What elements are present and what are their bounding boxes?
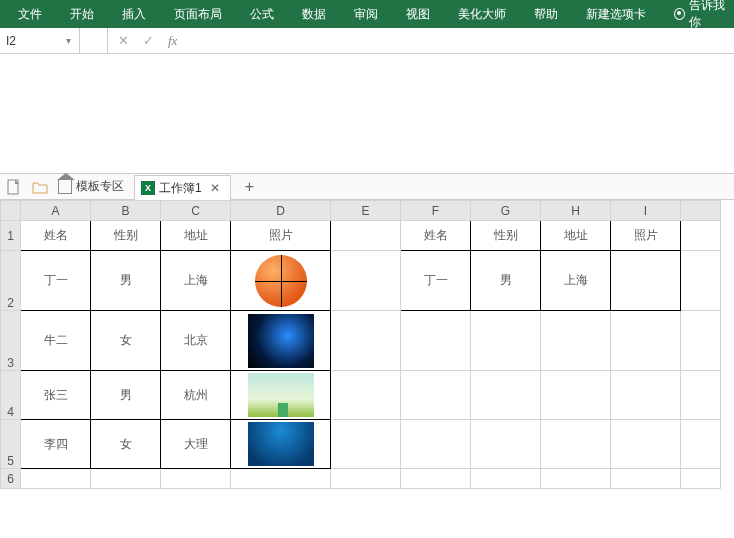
tab-beautify[interactable]: 美化大师 xyxy=(444,0,520,29)
cell[interactable]: 女 xyxy=(91,420,161,469)
cell[interactable]: 上海 xyxy=(161,251,231,311)
select-all-corner[interactable] xyxy=(1,201,21,221)
cell[interactable] xyxy=(681,251,721,311)
cell-photo[interactable] xyxy=(231,420,331,469)
cell[interactable]: 男 xyxy=(471,251,541,311)
row-1[interactable]: 1 xyxy=(1,221,21,251)
col-G[interactable]: G xyxy=(471,201,541,221)
cell[interactable]: 男 xyxy=(91,371,161,420)
col-A[interactable]: A xyxy=(21,201,91,221)
cell[interactable] xyxy=(611,420,681,469)
sheet-tab[interactable]: X 工作簿1 ✕ xyxy=(134,175,231,200)
cell[interactable]: 丁一 xyxy=(401,251,471,311)
open-folder-icon[interactable] xyxy=(32,179,48,195)
cell[interactable] xyxy=(681,221,721,251)
cell[interactable]: 上海 xyxy=(541,251,611,311)
cell-photo[interactable] xyxy=(231,311,331,371)
cell[interactable] xyxy=(331,221,401,251)
tab-file[interactable]: 文件 xyxy=(4,0,56,29)
tell-me[interactable]: 告诉我你 xyxy=(660,0,730,31)
cell[interactable] xyxy=(401,469,471,489)
tab-newtab[interactable]: 新建选项卡 xyxy=(572,0,660,29)
add-sheet-icon[interactable]: + xyxy=(241,178,258,196)
tab-home[interactable]: 开始 xyxy=(56,0,108,29)
close-sheet-icon[interactable]: ✕ xyxy=(206,181,224,195)
col-E[interactable]: E xyxy=(331,201,401,221)
cell[interactable] xyxy=(541,311,611,371)
col-F[interactable]: F xyxy=(401,201,471,221)
cell[interactable] xyxy=(471,420,541,469)
tab-help[interactable]: 帮助 xyxy=(520,0,572,29)
cell[interactable] xyxy=(401,371,471,420)
cell[interactable]: 姓名 xyxy=(21,221,91,251)
cell[interactable]: 丁一 xyxy=(21,251,91,311)
cell[interactable] xyxy=(681,371,721,420)
col-H[interactable]: H xyxy=(541,201,611,221)
col-C[interactable]: C xyxy=(161,201,231,221)
tab-view[interactable]: 视图 xyxy=(392,0,444,29)
cell-photo[interactable] xyxy=(231,371,331,420)
cell[interactable] xyxy=(611,251,681,311)
cell[interactable] xyxy=(611,311,681,371)
cell[interactable] xyxy=(471,371,541,420)
cell[interactable]: 地址 xyxy=(161,221,231,251)
cell[interactable] xyxy=(681,420,721,469)
col-D[interactable]: D xyxy=(231,201,331,221)
cell[interactable] xyxy=(331,311,401,371)
template-area[interactable]: 模板专区 xyxy=(58,178,124,195)
tab-layout[interactable]: 页面布局 xyxy=(160,0,236,29)
cell[interactable] xyxy=(541,420,611,469)
cell[interactable]: 张三 xyxy=(21,371,91,420)
col-extra[interactable] xyxy=(681,201,721,221)
cell[interactable] xyxy=(541,469,611,489)
name-box[interactable]: I2 ▾ xyxy=(0,28,80,53)
row-6[interactable]: 6 xyxy=(1,469,21,489)
cell[interactable]: 性别 xyxy=(471,221,541,251)
cell[interactable] xyxy=(331,251,401,311)
cell-photo[interactable] xyxy=(231,251,331,311)
cell[interactable] xyxy=(331,469,401,489)
cell[interactable] xyxy=(471,311,541,371)
cancel-icon[interactable]: ✕ xyxy=(118,33,129,48)
cell[interactable]: 姓名 xyxy=(401,221,471,251)
cell[interactable] xyxy=(611,371,681,420)
cell[interactable] xyxy=(21,469,91,489)
cell[interactable] xyxy=(611,469,681,489)
cell[interactable]: 北京 xyxy=(161,311,231,371)
cell[interactable]: 女 xyxy=(91,311,161,371)
new-file-icon[interactable] xyxy=(6,179,22,195)
formula-input[interactable] xyxy=(187,28,734,53)
row-4[interactable]: 4 xyxy=(1,371,21,420)
tab-data[interactable]: 数据 xyxy=(288,0,340,29)
cell[interactable]: 杭州 xyxy=(161,371,231,420)
cell[interactable] xyxy=(681,311,721,371)
cell[interactable] xyxy=(401,420,471,469)
row-5[interactable]: 5 xyxy=(1,420,21,469)
spreadsheet-grid[interactable]: A B C D E F G H I 1 姓名 性别 地址 照片 姓名 性别 地址… xyxy=(0,200,734,538)
cell[interactable]: 男 xyxy=(91,251,161,311)
cell[interactable] xyxy=(91,469,161,489)
cell[interactable] xyxy=(471,469,541,489)
cell[interactable] xyxy=(331,371,401,420)
cell[interactable] xyxy=(161,469,231,489)
cell[interactable] xyxy=(231,469,331,489)
cell[interactable]: 大理 xyxy=(161,420,231,469)
col-I[interactable]: I xyxy=(611,201,681,221)
tab-insert[interactable]: 插入 xyxy=(108,0,160,29)
cell[interactable]: 照片 xyxy=(231,221,331,251)
row-3[interactable]: 3 xyxy=(1,311,21,371)
tab-formula[interactable]: 公式 xyxy=(236,0,288,29)
cell[interactable]: 地址 xyxy=(541,221,611,251)
cell[interactable] xyxy=(681,469,721,489)
cell[interactable]: 照片 xyxy=(611,221,681,251)
tab-review[interactable]: 审阅 xyxy=(340,0,392,29)
cell[interactable] xyxy=(401,311,471,371)
col-B[interactable]: B xyxy=(91,201,161,221)
cell[interactable]: 牛二 xyxy=(21,311,91,371)
row-2[interactable]: 2 xyxy=(1,251,21,311)
cell[interactable] xyxy=(331,420,401,469)
chevron-down-icon[interactable]: ▾ xyxy=(63,36,73,46)
cell[interactable]: 李四 xyxy=(21,420,91,469)
confirm-icon[interactable]: ✓ xyxy=(143,33,154,48)
fx-icon[interactable]: fx xyxy=(168,33,177,49)
